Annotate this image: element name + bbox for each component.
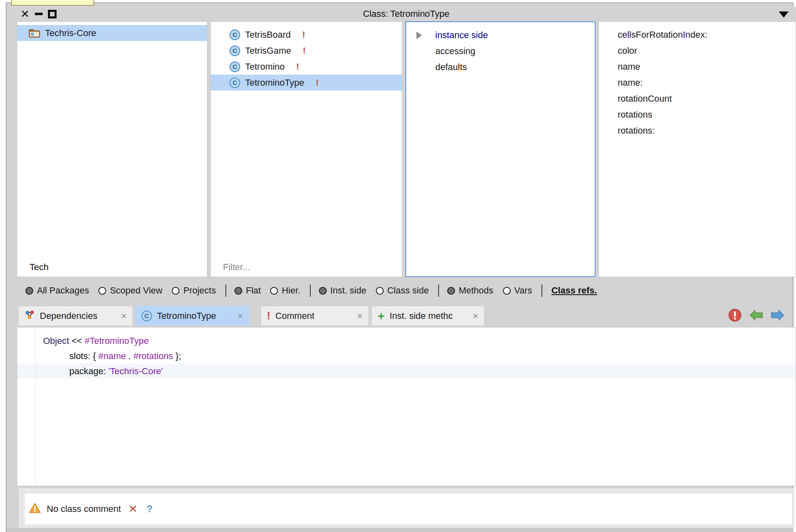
radio-label: Hier. bbox=[282, 285, 300, 296]
method-item[interactable]: rotations: bbox=[599, 123, 796, 139]
radio-icon bbox=[270, 287, 278, 295]
code-line-current: package: 'Techris-Core' bbox=[17, 364, 796, 379]
code-close-brace: }; bbox=[173, 351, 181, 361]
radio-class-side[interactable]: Class side bbox=[376, 285, 429, 296]
radio-flat[interactable]: Flat bbox=[234, 285, 261, 296]
comment-bar: No class comment ✕ ? bbox=[24, 493, 793, 525]
classes-filter bbox=[211, 258, 402, 277]
class-label: TetrisBoard bbox=[245, 30, 291, 40]
package-item-techris-core[interactable]: Techris-Core bbox=[17, 25, 207, 41]
forward-arrow-icon[interactable] bbox=[771, 309, 785, 323]
error-icon[interactable] bbox=[728, 308, 742, 324]
tab-inst-side-methods[interactable]: + Inst. side methc × bbox=[371, 306, 484, 325]
protocol-label: instance side bbox=[435, 30, 488, 41]
radio-vars[interactable]: Vars bbox=[503, 285, 532, 296]
radio-inst-side[interactable]: Inst. side bbox=[319, 285, 366, 296]
radio-label: Methods bbox=[459, 285, 493, 296]
close-tab-icon[interactable]: × bbox=[233, 310, 243, 322]
code-keyword: package: bbox=[69, 366, 108, 376]
class-icon: C bbox=[230, 45, 240, 56]
method-label: rotations: bbox=[618, 125, 655, 136]
expander-arrow-icon[interactable] bbox=[416, 32, 422, 39]
protocols-list: instance side accessing defaults bbox=[406, 22, 595, 75]
protocol-item-accessing[interactable]: accessing bbox=[406, 43, 595, 59]
class-label: Tetromino bbox=[245, 61, 285, 72]
packages-filter-input[interactable] bbox=[17, 262, 188, 273]
unsaved-flag-icon: ! bbox=[302, 45, 305, 56]
code-operator: << bbox=[69, 336, 85, 346]
method-item[interactable]: cellsForRotationIndex: bbox=[599, 27, 796, 43]
protocol-item-defaults[interactable]: defaults bbox=[406, 59, 595, 75]
code-symbol: #TetrominoType bbox=[85, 336, 149, 346]
radio-hier[interactable]: Hier. bbox=[270, 285, 300, 296]
method-item[interactable]: name bbox=[599, 59, 796, 75]
tab-dependencies[interactable]: Dependencies × bbox=[18, 306, 133, 325]
close-tab-icon[interactable]: × bbox=[353, 310, 363, 322]
comment-warning-icon: ! bbox=[267, 309, 271, 322]
close-tab-icon[interactable]: × bbox=[117, 310, 127, 322]
code-symbol: #rotations bbox=[134, 351, 173, 361]
classes-filter-input[interactable] bbox=[211, 262, 383, 273]
method-item[interactable]: color bbox=[599, 43, 796, 59]
class-item-tetrisgame[interactable]: C TetrisGame ! bbox=[211, 43, 402, 59]
protocol-item-instance-side[interactable]: instance side bbox=[406, 27, 595, 43]
class-item-tetrisboard[interactable]: C TetrisBoard ! bbox=[211, 27, 402, 43]
radio-icon bbox=[447, 287, 455, 295]
screen: ✕ Class: TetrominoType bbox=[0, 0, 796, 532]
protocols-pane: instance side accessing defaults bbox=[405, 21, 596, 277]
radio-label: Inst. side bbox=[330, 285, 366, 296]
class-label: TetrisGame bbox=[245, 45, 291, 56]
class-definition-code: Object << #TetrominoType slots: { #name … bbox=[17, 327, 796, 379]
radio-label: Projects bbox=[183, 285, 216, 296]
warning-triangle-icon bbox=[29, 502, 41, 516]
method-label: rotations bbox=[618, 109, 652, 120]
method-label: cellsForRotationIndex: bbox=[618, 30, 707, 40]
radio-projects[interactable]: Projects bbox=[172, 285, 216, 296]
method-item[interactable]: name: bbox=[599, 75, 796, 91]
class-label: TetrominoType bbox=[245, 77, 304, 88]
titlebar: ✕ Class: TetrominoType bbox=[13, 7, 796, 21]
dismiss-icon[interactable]: ✕ bbox=[128, 502, 138, 516]
radio-label: All Packages bbox=[37, 285, 89, 296]
separator bbox=[438, 284, 439, 297]
close-tab-icon[interactable]: × bbox=[469, 310, 478, 322]
class-icon: C bbox=[141, 311, 152, 321]
radio-all-packages[interactable]: All Packages bbox=[25, 285, 89, 296]
package-label: Techris-Core bbox=[45, 28, 96, 39]
tab-label: TetrominoType bbox=[157, 311, 216, 321]
radio-label: Scoped View bbox=[110, 285, 162, 296]
method-item[interactable]: rotationCount bbox=[599, 91, 796, 107]
class-item-tetrominotype[interactable]: C TetrominoType ! bbox=[211, 75, 402, 91]
gutter-divider bbox=[35, 327, 36, 486]
code-editor[interactable]: Object << #TetrominoType slots: { #name … bbox=[17, 327, 796, 486]
class-item-tetromino[interactable]: C Tetromino ! bbox=[211, 59, 402, 75]
radio-icon bbox=[503, 287, 511, 295]
radio-label: Class side bbox=[387, 285, 429, 296]
radio-methods[interactable]: Methods bbox=[447, 285, 493, 296]
class-refs-link[interactable]: Class refs. bbox=[551, 285, 597, 296]
radio-icon bbox=[234, 287, 242, 295]
methods-list: cellsForRotationIndex: color name name: … bbox=[599, 22, 796, 139]
method-label: rotationCount bbox=[618, 93, 672, 104]
packages-pane: Techris-Core bbox=[17, 21, 207, 277]
radio-label: Flat bbox=[246, 285, 261, 296]
add-method-icon: + bbox=[378, 311, 385, 321]
method-item[interactable]: rotations bbox=[599, 107, 796, 123]
radio-icon bbox=[98, 287, 106, 295]
help-icon[interactable]: ? bbox=[147, 503, 153, 515]
method-label: name bbox=[618, 61, 640, 72]
unsaved-flag-icon: ! bbox=[296, 61, 299, 72]
mode-bar: All Packages Scoped View Projects Flat H… bbox=[13, 277, 796, 304]
class-icon: C bbox=[230, 77, 240, 88]
back-arrow-icon[interactable] bbox=[749, 309, 763, 323]
separator bbox=[225, 284, 226, 297]
tab-comment[interactable]: ! Comment × bbox=[261, 306, 369, 325]
class-icon: C bbox=[230, 61, 240, 72]
radio-scoped-view[interactable]: Scoped View bbox=[98, 285, 162, 296]
method-label: color bbox=[618, 45, 637, 56]
window-menu-icon[interactable] bbox=[779, 11, 789, 18]
protocol-label: accessing bbox=[435, 46, 475, 57]
tab-tetrominotype[interactable]: C TetrominoType × bbox=[135, 306, 249, 325]
separator bbox=[310, 284, 311, 297]
unsaved-flag-icon: ! bbox=[316, 77, 318, 88]
